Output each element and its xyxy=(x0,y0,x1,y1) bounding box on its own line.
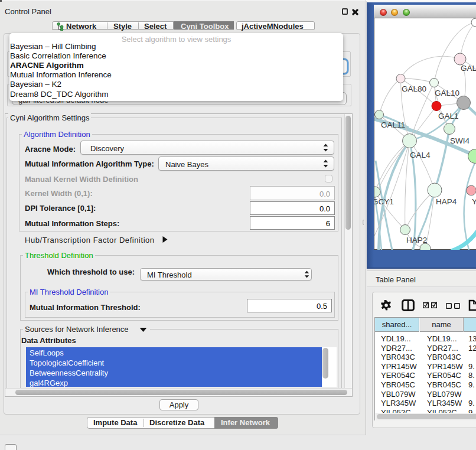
svg-text:Y: Y xyxy=(472,197,476,206)
svg-text:GAL11: GAL11 xyxy=(381,120,405,129)
svg-text:GAL1: GAL1 xyxy=(438,112,459,120)
svg-text:HAP2: HAP2 xyxy=(406,236,427,244)
svg-text:GAL4: GAL4 xyxy=(410,151,431,159)
svg-text:GAL80: GAL80 xyxy=(402,84,426,93)
svg-text:GAL: GAL xyxy=(461,64,476,73)
svg-text:SWI4: SWI4 xyxy=(450,136,470,145)
svg-text:GCY1: GCY1 xyxy=(374,197,394,206)
svg-text:HAP4: HAP4 xyxy=(436,197,457,206)
svg-text:GAL10: GAL10 xyxy=(435,89,459,97)
